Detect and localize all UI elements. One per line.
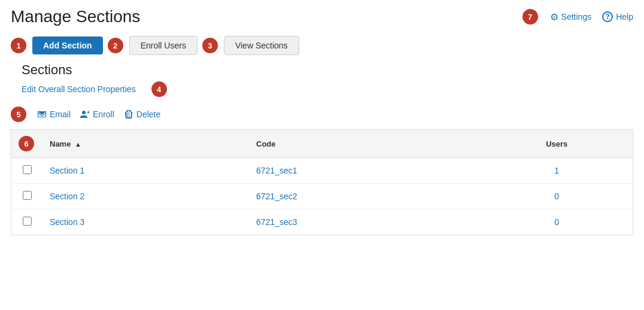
table-badge: 6 bbox=[19, 136, 34, 151]
delete-button[interactable]: Delete bbox=[124, 110, 160, 119]
enroll-button[interactable]: Enroll bbox=[80, 110, 114, 119]
section-code-link-1[interactable]: 6721_sec2 bbox=[256, 192, 297, 201]
header-right: 7 ⚙ Settings ? Help bbox=[523, 9, 633, 25]
table-row: Section 2 6721_sec2 0 bbox=[11, 184, 633, 209]
page-header: Manage Sections 7 ⚙ Settings ? Help bbox=[0, 0, 644, 31]
row-users-cell: 0 bbox=[481, 184, 633, 209]
help-label: Help bbox=[616, 12, 633, 22]
sections-table: 6 Name ▲ Code Users Section 1 6721_sec1 bbox=[11, 129, 633, 235]
sections-heading-wrap: Sections bbox=[0, 61, 644, 80]
gear-icon: ⚙ bbox=[550, 11, 558, 23]
toolbar: 1 Add Section 2 Enroll Users 3 View Sect… bbox=[0, 31, 644, 61]
enroll-icon bbox=[80, 110, 90, 119]
edit-link-row: Edit Overall Section Properties 4 bbox=[0, 80, 644, 101]
actions-badge: 5 bbox=[11, 107, 26, 122]
view-sections-button[interactable]: View Sections bbox=[224, 36, 299, 55]
col-header-checkbox: 6 bbox=[11, 130, 43, 158]
view-sections-badge: 3 bbox=[202, 38, 218, 53]
delete-icon bbox=[124, 110, 133, 119]
row-code-cell: 6721_sec3 bbox=[249, 209, 481, 235]
add-section-badge: 1 bbox=[11, 38, 26, 53]
enroll-label: Enroll bbox=[93, 110, 114, 119]
row-name-cell: Section 1 bbox=[42, 158, 249, 184]
row-name-cell: Section 2 bbox=[42, 184, 249, 209]
section-name-link-1[interactable]: Section 2 bbox=[50, 192, 84, 201]
table-row: Section 3 6721_sec3 0 bbox=[11, 209, 633, 235]
sort-asc-icon: ▲ bbox=[75, 141, 81, 148]
add-section-button[interactable]: Add Section bbox=[32, 37, 103, 54]
sections-heading: Sections bbox=[11, 59, 83, 80]
row-checkbox-cell bbox=[11, 209, 43, 235]
col-header-code[interactable]: Code bbox=[249, 130, 481, 158]
settings-badge: 7 bbox=[523, 9, 538, 25]
action-row: 5 Email Enroll Delete bbox=[0, 101, 644, 127]
email-label: Email bbox=[50, 110, 71, 119]
row-checkbox-1[interactable] bbox=[23, 191, 32, 200]
row-name-cell: Section 3 bbox=[42, 209, 249, 235]
row-users-cell: 0 bbox=[481, 209, 633, 235]
row-checkbox-cell bbox=[11, 158, 43, 184]
delete-label: Delete bbox=[136, 110, 160, 119]
table-wrapper: 6 Name ▲ Code Users Section 1 6721_sec1 bbox=[0, 127, 644, 246]
help-link[interactable]: ? Help bbox=[602, 11, 633, 22]
row-code-cell: 6721_sec2 bbox=[249, 184, 481, 209]
enroll-users-button[interactable]: Enroll Users bbox=[129, 36, 198, 55]
section-code-link-0[interactable]: 6721_sec1 bbox=[256, 166, 297, 175]
help-icon: ? bbox=[602, 11, 613, 22]
section-name-link-2[interactable]: Section 3 bbox=[50, 217, 84, 227]
edit-overall-section-link[interactable]: Edit Overall Section Properties bbox=[11, 82, 147, 96]
row-checkbox-cell bbox=[11, 184, 43, 209]
section-users-link-1[interactable]: 0 bbox=[554, 192, 559, 201]
settings-label: Settings bbox=[561, 12, 592, 22]
section-code-link-2[interactable]: 6721_sec3 bbox=[256, 217, 297, 227]
row-code-cell: 6721_sec1 bbox=[249, 158, 481, 184]
settings-link[interactable]: ⚙ Settings bbox=[550, 11, 592, 23]
enroll-users-badge: 2 bbox=[108, 38, 123, 53]
email-button[interactable]: Email bbox=[37, 110, 71, 119]
email-icon bbox=[37, 110, 47, 119]
section-users-link-2[interactable]: 0 bbox=[554, 217, 559, 227]
table-row: Section 1 6721_sec1 1 bbox=[11, 158, 633, 184]
page-title: Manage Sections bbox=[11, 7, 140, 26]
row-users-cell: 1 bbox=[481, 158, 633, 184]
row-checkbox-0[interactable] bbox=[23, 165, 32, 174]
section-users-link-0[interactable]: 1 bbox=[554, 166, 559, 175]
edit-badge: 4 bbox=[151, 81, 167, 97]
col-header-name[interactable]: Name ▲ bbox=[42, 130, 249, 158]
col-header-users[interactable]: Users bbox=[481, 130, 633, 158]
row-checkbox-2[interactable] bbox=[23, 217, 32, 226]
section-name-link-0[interactable]: Section 1 bbox=[50, 166, 84, 175]
